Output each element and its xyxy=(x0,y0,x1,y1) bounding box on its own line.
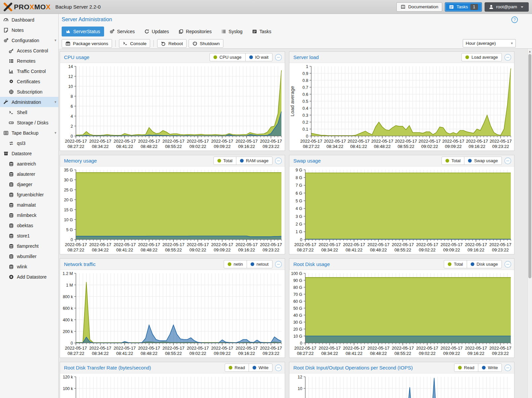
legend-item-io-wait[interactable]: IO wait xyxy=(245,53,272,61)
legend-item-total[interactable]: Total xyxy=(214,157,236,165)
sidebar-item-storage-disks[interactable]: Storage / Disks xyxy=(0,117,58,128)
svg-text:2: 2 xyxy=(71,124,73,129)
legend-item-netin[interactable]: netin xyxy=(224,260,247,268)
tab-updates[interactable]: Updates xyxy=(140,27,173,36)
legend-item-disk-usage[interactable]: Disk usage xyxy=(467,260,502,268)
tab-label: Services xyxy=(117,29,135,34)
svg-text:6 G: 6 G xyxy=(296,191,302,196)
svg-text:800 k: 800 k xyxy=(63,295,73,299)
sidebar-item-datastore[interactable]: Datastore xyxy=(0,148,58,159)
sidebar-item-label: Storage / Disks xyxy=(17,120,48,125)
svg-text:08:41:22: 08:41:22 xyxy=(116,247,133,252)
tab-syslog[interactable]: Syslog xyxy=(217,27,247,36)
scrollbar-thumb[interactable] xyxy=(528,54,531,278)
sidebar-item-subscription[interactable]: Subscription xyxy=(0,87,58,97)
collapse-panel-icon[interactable] xyxy=(275,364,282,371)
sidebar-item-remotes[interactable]: Remotes xyxy=(0,56,58,66)
vertical-scrollbar[interactable]: ▲ xyxy=(527,49,532,398)
legend-dot-icon xyxy=(213,55,217,59)
svg-text:100 k: 100 k xyxy=(63,386,73,391)
sidebar-item-notes[interactable]: Notes xyxy=(0,25,58,35)
sidebar-item-access-control[interactable]: Access Control xyxy=(0,45,58,56)
legend-item-total[interactable]: Total xyxy=(444,260,466,268)
svg-text:08:48:22: 08:48:22 xyxy=(374,144,391,149)
documentation-button[interactable]: Documentation xyxy=(396,2,442,12)
legend-item-read[interactable]: Read xyxy=(225,364,249,371)
sidebar-item-shell[interactable]: Shell xyxy=(0,107,58,117)
collapse-panel-icon[interactable] xyxy=(504,364,511,371)
help-icon[interactable]: ? xyxy=(511,16,518,25)
sidebar-item-add-datastore[interactable]: Add Datastore xyxy=(0,272,58,282)
sidebar-item-configuration[interactable]: Configuration▾ xyxy=(0,35,58,45)
svg-text:1.2 M: 1.2 M xyxy=(63,271,73,276)
tab-repositories[interactable]: Repositories xyxy=(174,27,216,36)
legend-item-write[interactable]: Write xyxy=(478,364,502,371)
sidebar-item-djaeger[interactable]: djaeger xyxy=(0,179,58,189)
svg-text:30 G: 30 G xyxy=(64,178,73,182)
package-versions-button[interactable]: Package versions xyxy=(62,39,112,48)
sidebar-item-certificates[interactable]: Certificates xyxy=(0,76,58,87)
sidebar-item-alauterer[interactable]: alauterer xyxy=(0,169,58,179)
legend-item-total[interactable]: Total xyxy=(442,157,464,165)
tab-services[interactable]: Services xyxy=(105,27,139,36)
collapse-panel-icon[interactable] xyxy=(504,54,511,61)
sidebar-item-label: malmalat xyxy=(17,202,36,208)
shutdown-button[interactable]: Shutdown xyxy=(189,39,223,48)
svg-text:08:55:22: 08:55:22 xyxy=(394,247,411,252)
svg-text:09:23:22: 09:23:22 xyxy=(492,247,509,252)
tasks-button[interactable]: Tasks 1 xyxy=(445,2,482,12)
user-menu-button[interactable]: root@pam xyxy=(485,2,529,12)
legend-item-read[interactable]: Read xyxy=(454,364,478,371)
collapse-panel-icon[interactable] xyxy=(504,261,511,268)
svg-text:2022-05-17: 2022-05-17 xyxy=(260,242,282,247)
legend-item-ram-usage[interactable]: RAM usage xyxy=(236,157,272,165)
expand-caret-icon[interactable]: ▾ xyxy=(54,100,56,104)
sidebar-item-obektas[interactable]: obektas xyxy=(0,220,58,231)
period-select[interactable]: Hour (average) ▾ xyxy=(463,39,516,47)
sidebar-item-label: Configuration xyxy=(12,38,39,43)
svg-text:2022-05-17: 2022-05-17 xyxy=(187,242,209,247)
sidebar-item-fgruenbichler[interactable]: fgruenbichler xyxy=(0,189,58,200)
svg-text:08:34:22: 08:34:22 xyxy=(321,351,338,356)
collapse-panel-icon[interactable] xyxy=(275,157,282,165)
sidebar-item-qsl3[interactable]: qsl3 xyxy=(0,138,58,148)
sidebar-item-wbumiller[interactable]: wbumiller xyxy=(0,251,58,261)
tab-serverstatus[interactable]: ServerStatus xyxy=(62,27,104,36)
toolbar: Package versionsConsoleRebootShutdown Ho… xyxy=(62,38,532,49)
tab-tasks[interactable]: Tasks xyxy=(248,27,275,36)
collapse-panel-icon[interactable] xyxy=(275,261,282,268)
select-caret-icon: ▾ xyxy=(511,41,513,45)
expand-caret-icon[interactable]: ▾ xyxy=(54,131,56,135)
svg-text:2022-05-17: 2022-05-17 xyxy=(441,242,463,247)
legend-item-write[interactable]: Write xyxy=(249,364,272,371)
svg-text:2022-05-17: 2022-05-17 xyxy=(319,346,341,351)
sidebar-item-mlimbeck[interactable]: mlimbeck xyxy=(0,210,58,220)
svg-text:35 G: 35 G xyxy=(64,168,73,172)
sidebar-item-wlink[interactable]: wlink xyxy=(0,261,58,272)
sidebar-item-label: Certificates xyxy=(17,79,40,84)
sidebar-item-aantreich[interactable]: aantreich xyxy=(0,159,58,169)
collapse-panel-icon[interactable] xyxy=(275,54,282,61)
legend-dot-icon xyxy=(253,366,256,369)
chart-legend: netinnetout xyxy=(224,260,272,268)
legend-item-cpu-usage[interactable]: CPU usage xyxy=(210,53,245,61)
svg-text:2022-05-17: 2022-05-17 xyxy=(211,242,233,247)
legend-item-swap-usage[interactable]: Swap usage xyxy=(464,157,502,165)
svg-text:09:16:22: 09:16:22 xyxy=(469,144,486,149)
sidebar-item-tlamprecht[interactable]: tlamprecht xyxy=(0,241,58,251)
scroll-up-icon[interactable]: ▲ xyxy=(528,49,532,53)
svg-text:0.8: 0.8 xyxy=(303,78,308,83)
expand-caret-icon[interactable]: ▾ xyxy=(54,38,56,42)
console-button[interactable]: Console xyxy=(119,39,150,48)
sidebar-item-dashboard[interactable]: Dashboard xyxy=(0,15,58,25)
legend-item-load-average[interactable]: Load average xyxy=(462,53,502,61)
sidebar-item-administration[interactable]: Administration▾ xyxy=(0,97,58,107)
reboot-button[interactable]: Reboot xyxy=(157,39,187,48)
legend-item-netout[interactable]: netout xyxy=(247,260,272,268)
sidebar-item-malmalat[interactable]: malmalat xyxy=(0,200,58,210)
sidebar-item-traffic-control[interactable]: Traffic Control xyxy=(0,66,58,76)
collapse-panel-icon[interactable] xyxy=(504,157,511,165)
sidebar-item-tape-backup[interactable]: Tape Backup▾ xyxy=(0,128,58,138)
sidebar-item-store1[interactable]: store1 xyxy=(0,231,58,241)
gears-icon xyxy=(3,38,9,43)
